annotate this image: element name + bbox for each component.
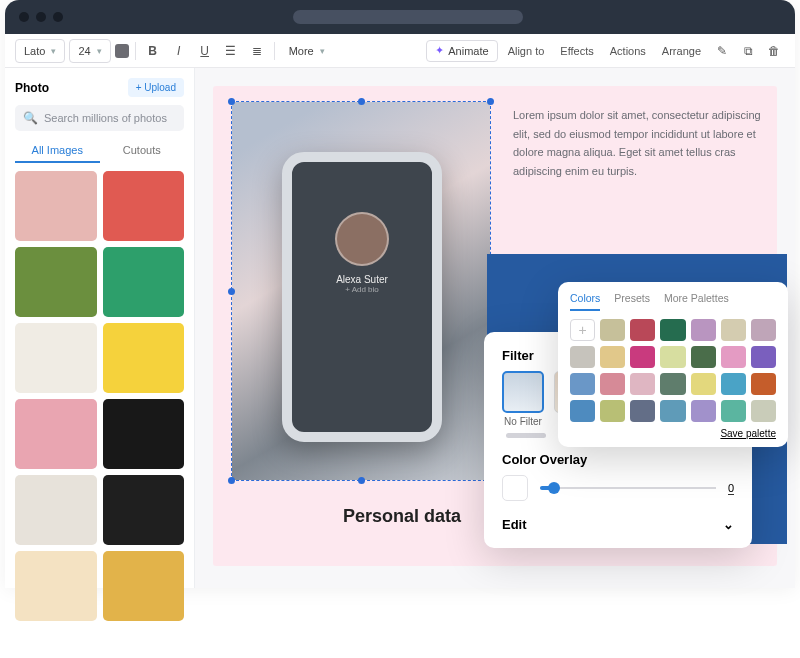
edit-label: Edit xyxy=(502,517,527,532)
photo-thumb[interactable] xyxy=(15,171,97,241)
color-swatch[interactable] xyxy=(660,400,685,422)
actions-button[interactable]: Actions xyxy=(604,45,652,57)
selected-image[interactable]: Alexa Suter + Add bio xyxy=(232,102,490,480)
window-dot[interactable] xyxy=(53,12,63,22)
sparkle-icon: ✦ xyxy=(435,44,444,57)
filter-option-nofilter[interactable]: No Filter xyxy=(502,371,544,427)
titlebar xyxy=(5,0,795,34)
font-value: Lato xyxy=(24,45,45,57)
photo-thumb[interactable] xyxy=(103,475,185,545)
color-swatch[interactable] xyxy=(660,346,685,368)
edit-row[interactable]: Edit ⌄ xyxy=(502,517,734,532)
color-swatch[interactable] xyxy=(630,319,655,341)
body-text[interactable]: Lorem ipsum dolor sit amet, consectetur … xyxy=(513,106,763,181)
slider-handle[interactable] xyxy=(548,482,560,494)
photo-thumb[interactable] xyxy=(103,551,185,621)
tab-all-images[interactable]: All Images xyxy=(15,139,100,163)
color-swatch[interactable] xyxy=(751,373,776,395)
font-select[interactable]: Lato ▾ xyxy=(15,39,65,63)
resize-handle[interactable] xyxy=(358,98,365,105)
phone-mockup: Alexa Suter + Add bio xyxy=(282,152,442,442)
photo-thumb[interactable] xyxy=(15,475,97,545)
animate-button[interactable]: ✦ Animate xyxy=(426,40,497,62)
more-label: More xyxy=(289,45,314,57)
color-swatch[interactable] xyxy=(691,319,716,341)
resize-handle[interactable] xyxy=(487,98,494,105)
color-swatch[interactable] xyxy=(600,400,625,422)
resize-handle[interactable] xyxy=(358,477,365,484)
resize-handle[interactable] xyxy=(228,288,235,295)
color-swatch[interactable] xyxy=(570,346,595,368)
heading-text[interactable]: Personal data xyxy=(343,506,461,527)
photo-thumb[interactable] xyxy=(15,323,97,393)
palette-tab-colors[interactable]: Colors xyxy=(570,292,600,311)
copy-icon[interactable]: ⧉ xyxy=(737,44,759,58)
window-dot[interactable] xyxy=(36,12,46,22)
photo-thumb[interactable] xyxy=(15,247,97,317)
selection-box[interactable]: Alexa Suter + Add bio xyxy=(231,101,491,481)
toolbar: Lato ▾ 24 ▾ B I U ☰ ≣ More ▾ ✦ Animate A… xyxy=(5,34,795,68)
color-swatch[interactable] xyxy=(600,319,625,341)
color-swatch[interactable] xyxy=(570,373,595,395)
photo-thumb[interactable] xyxy=(15,551,97,621)
filter-scrollbar[interactable] xyxy=(506,433,546,438)
color-swatch[interactable] xyxy=(570,400,595,422)
color-swatch[interactable] xyxy=(660,319,685,341)
save-palette-link[interactable]: Save palette xyxy=(570,428,776,439)
color-swatch[interactable] xyxy=(630,346,655,368)
wand-icon[interactable]: ✎ xyxy=(711,44,733,58)
color-swatch[interactable] xyxy=(691,346,716,368)
photo-thumb[interactable] xyxy=(103,171,185,241)
upload-button[interactable]: + Upload xyxy=(128,78,184,97)
animate-label: Animate xyxy=(448,45,488,57)
italic-button[interactable]: I xyxy=(168,44,190,58)
color-swatch[interactable] xyxy=(630,373,655,395)
photo-thumb[interactable] xyxy=(103,323,185,393)
palette-tab-presets[interactable]: Presets xyxy=(614,292,650,311)
resize-handle[interactable] xyxy=(228,477,235,484)
color-swatch[interactable] xyxy=(600,373,625,395)
color-swatch[interactable] xyxy=(721,373,746,395)
arrange-button[interactable]: Arrange xyxy=(656,45,707,57)
search-input[interactable]: 🔍 Search millions of photos xyxy=(15,105,184,131)
underline-button[interactable]: U xyxy=(194,44,216,58)
photo-thumb[interactable] xyxy=(103,399,185,469)
add-color-button[interactable]: + xyxy=(570,319,595,341)
tab-cutouts[interactable]: Cutouts xyxy=(100,139,185,163)
color-swatch[interactable] xyxy=(721,319,746,341)
color-swatch[interactable] xyxy=(751,400,776,422)
overlay-color-swatch[interactable] xyxy=(502,475,528,501)
coloroverlay-title: Color Overlay xyxy=(502,452,734,467)
avatar xyxy=(335,212,389,266)
align-button[interactable]: ☰ xyxy=(220,44,242,58)
photo-thumb[interactable] xyxy=(103,247,185,317)
color-swatch[interactable] xyxy=(660,373,685,395)
alignto-button[interactable]: Align to xyxy=(502,45,551,57)
url-bar[interactable] xyxy=(293,10,523,24)
color-swatch[interactable] xyxy=(691,400,716,422)
color-swatch[interactable] xyxy=(115,44,129,58)
color-swatch[interactable] xyxy=(600,346,625,368)
delete-icon[interactable]: 🗑 xyxy=(763,44,785,58)
phone-name: Alexa Suter xyxy=(292,274,432,285)
color-swatch[interactable] xyxy=(721,400,746,422)
search-icon: 🔍 xyxy=(23,111,38,125)
overlay-value[interactable]: 0 xyxy=(728,482,734,495)
effects-button[interactable]: Effects xyxy=(554,45,599,57)
color-swatch[interactable] xyxy=(721,346,746,368)
bold-button[interactable]: B xyxy=(142,44,164,58)
color-swatch[interactable] xyxy=(751,319,776,341)
sidebar: Photo + Upload 🔍 Search millions of phot… xyxy=(5,68,195,588)
palette-tab-more[interactable]: More Palettes xyxy=(664,292,729,311)
more-menu[interactable]: More ▾ xyxy=(281,39,333,63)
color-swatch[interactable] xyxy=(691,373,716,395)
color-swatch[interactable] xyxy=(630,400,655,422)
window-dot[interactable] xyxy=(19,12,29,22)
fontsize-select[interactable]: 24 ▾ xyxy=(69,39,110,63)
color-swatch[interactable] xyxy=(751,346,776,368)
list-button[interactable]: ≣ xyxy=(246,44,268,58)
photo-thumb[interactable] xyxy=(15,399,97,469)
palette-panel: Colors Presets More Palettes + Save pale… xyxy=(558,282,788,447)
overlay-slider[interactable] xyxy=(540,487,716,489)
resize-handle[interactable] xyxy=(228,98,235,105)
